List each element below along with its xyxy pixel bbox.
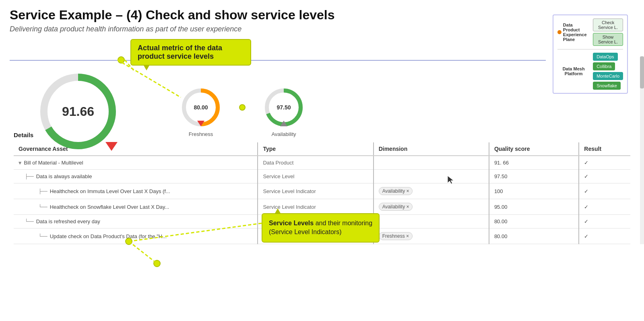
cell-result: ✓ [579,183,630,199]
col-header-type: Type [258,142,373,156]
cell-asset: └──Data is refreshed every day [14,215,258,228]
page-subtitle: Delivering data product health informati… [10,25,634,33]
orange-dot-icon [557,30,561,34]
freshness-label: Freshness [189,131,213,137]
cell-result: ✓ [579,170,630,183]
table-row: ├──Healthcheck on Immuta Level Over Last… [14,183,630,199]
cell-dimension [374,156,489,170]
main-score-label: 91.66 [62,104,94,119]
h-line [10,60,546,61]
dimension-badge: Availability × [379,187,413,195]
cell-asset: └──Update check on Data Product's Data (… [14,228,258,244]
cell-asset: ├──Data is always available [14,170,258,183]
cell-result: ✓ [579,215,630,228]
cell-dimension: Availability × [374,183,489,199]
cell-dimension [374,170,489,183]
cell-score: 97.50 [489,170,579,183]
row-prefix: └── [39,204,47,210]
red-triangle-icon [105,142,118,151]
cell-score: 80.00 [489,215,579,228]
cell-dimension: Availability × [374,199,489,215]
cell-type: Data Product [258,156,373,170]
cell-score: 100 [489,183,579,199]
dimension-badge: Freshness × [379,232,413,240]
cell-asset: └──Healthcheck on Snowflake Level Over L… [14,199,258,215]
row-prefix: ▼ [19,160,21,166]
asset-name: Data is refreshed every day [36,218,100,224]
asset-name: Bill of Material - Multilevel [24,160,83,166]
table-row: └──Healthcheck on Snowflake Level Over L… [14,199,630,215]
availability-value: 97.50 [277,104,291,111]
cell-result: ✓ [579,228,630,244]
page-title: Service Example – (4) Check and show ser… [10,7,634,23]
tooltip-arrow-icon [143,65,150,70]
row-prefix: ├── [25,174,34,179]
dimension-badge: Availability × [379,203,413,211]
freshness-value: 80.00 [194,104,208,111]
svg-line-11 [129,241,157,263]
main-donut-chart: 91.66 [34,67,122,156]
row-prefix: └── [39,234,47,239]
cell-type: Service Level [258,170,373,183]
cell-asset: ├──Healthcheck on Immuta Level Over Last… [14,183,258,199]
cell-result: ✓ [579,199,630,215]
asset-name: Healthcheck on Snowflake Level Over Last… [50,204,169,210]
tooltip-service-levels: Service Levels and their monitoring(Serv… [262,213,380,243]
cell-asset: ▼Bill of Material - Multilevel [14,156,258,170]
freshness-donut: 80.00 Freshness [179,85,223,137]
availability-donut: 97.50 Availability [262,85,306,137]
svg-point-10 [154,260,160,267]
yellow-dot-between [239,104,246,111]
col-header-dimension: Dimension [374,142,489,156]
check-service-btn[interactable]: Check Service L. [593,19,623,31]
small-donuts-area: 80.00 Freshness 97.50 [179,85,306,137]
cell-score: 91. 66 [489,156,579,170]
tooltip-service-arrow [275,208,281,214]
tooltip-service-bold: Service Levels [269,220,314,226]
table-row: ▼Bill of Material - MultilevelData Produ… [14,156,630,170]
asset-name: Data is always available [36,173,92,179]
availability-gray-triangle [280,121,287,126]
cell-score: 80.00 [489,228,579,244]
availability-label: Availability [271,131,296,137]
table-row: ├──Data is always availableService Level… [14,170,630,183]
cell-score: 95.00 [489,199,579,215]
cell-dimension: Freshness × [374,228,489,244]
row-prefix: ├── [39,189,47,194]
col-header-score: Quality score [489,142,579,156]
cell-dimension [374,215,489,228]
tooltip-main: Actual metric of the data product servic… [130,39,251,66]
asset-name: Healthcheck on Immuta Level Over Last X … [50,188,170,194]
scrollbar-thumb[interactable] [640,56,644,88]
scrollbar-track[interactable] [640,56,644,244]
row-prefix: └── [25,219,34,224]
freshness-red-triangle [197,121,204,126]
asset-name: Update check on Data Product's Data (for… [50,233,167,239]
col-header-result: Result [579,142,630,156]
yellow-dot-main [118,56,125,64]
cell-result: ✓ [579,156,630,170]
cell-type: Service Level Indicator [258,183,373,199]
